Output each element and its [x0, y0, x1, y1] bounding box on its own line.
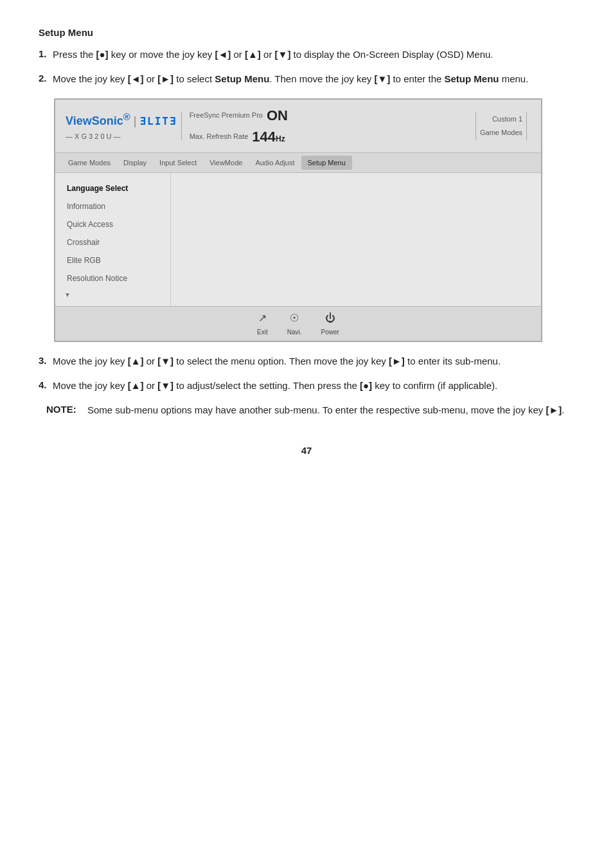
osd-nav-input-select[interactable]: Input Select — [153, 156, 203, 170]
osd-status-block: FreeSync Premium Pro ON Max. Refresh Rat… — [186, 105, 472, 147]
osd-footer: ↗ Exit ☉ Navi. ⏻ Power — [55, 306, 541, 341]
osd-power-btn[interactable]: ⏻ Power — [321, 311, 339, 337]
note-block: NOTE: Some sub-menu options may have ano… — [46, 402, 574, 418]
kbd-up3: [▲] — [128, 356, 144, 366]
osd-nav-setup-menu[interactable]: Setup Menu — [301, 156, 352, 170]
bold-setup-menu2: Setup Menu — [445, 73, 499, 84]
osd-exit-label: Exit — [257, 327, 268, 337]
step-4: 4. Move the joy key [▲] or [▼] to adjust… — [39, 378, 574, 393]
osd-nav-audio-adjust[interactable]: Audio Adjust — [249, 156, 301, 170]
osd-menu-elite-rgb[interactable]: Elite RGB — [64, 251, 161, 269]
osd-nav-viewmode[interactable]: ViewMode — [203, 156, 249, 170]
osd-menu-language-select[interactable]: Language Select — [64, 179, 161, 197]
kbd-bullet4: [●] — [360, 380, 372, 391]
kbd-down4: [▼] — [157, 380, 173, 391]
osd-freesync-label: FreeSync Premium Pro — [190, 110, 263, 121]
osd-nav-bar: Game Modes Display Input Select ViewMode… — [55, 153, 541, 174]
osd-body: Language Select Information Quick Access… — [55, 173, 541, 306]
osd-nav-display[interactable]: Display — [117, 156, 153, 170]
kbd-down2: [▼] — [374, 73, 390, 84]
kbd-bullet: [●] — [96, 49, 109, 60]
osd-refresh-label: Max. Refresh Rate — [190, 131, 249, 142]
section-title: Setup Menu — [39, 26, 574, 41]
osd-screenshot: ViewSonic® | ƎLITƎ — X G 3 2 0 U — FreeS… — [54, 98, 542, 343]
osd-right-block: Custom 1 Game Modes — [480, 114, 522, 138]
osd-divider3 — [526, 112, 527, 140]
osd-menu-scroll-down: ▼ — [64, 290, 161, 300]
kbd-right2: [►] — [157, 73, 173, 84]
step-2: 2. Move the joy key [◄] or [►] to select… — [39, 71, 574, 87]
note-label: NOTE: — [46, 402, 82, 418]
kbd-up4: [▲] — [128, 380, 144, 391]
osd-custom1: Custom 1 — [492, 114, 522, 125]
step-3: 3. Move the joy key [▲] or [▼] to select… — [39, 354, 574, 369]
osd-freesync-value: ON — [267, 105, 288, 126]
osd-navi-label: Navi. — [287, 327, 302, 337]
osd-exit-icon: ↗ — [258, 311, 267, 326]
bold-setup-menu: Setup Menu — [215, 73, 269, 84]
osd-navi-btn[interactable]: ☉ Navi. — [287, 311, 302, 337]
osd-menu-resolution-notice[interactable]: Resolution Notice — [64, 269, 161, 287]
osd-divider1 — [181, 112, 182, 140]
osd-hz-unit: Hz — [276, 134, 285, 143]
step-2-num: 2. — [39, 71, 53, 87]
osd-nav-game-modes[interactable]: Game Modes — [62, 156, 117, 170]
osd-game-modes-label: Game Modes — [480, 127, 522, 138]
osd-freesync-row: FreeSync Premium Pro ON — [190, 105, 468, 126]
step-2-text: Move the joy key [◄] or [►] to select Se… — [53, 71, 528, 87]
osd-menu-quick-access[interactable]: Quick Access — [64, 215, 161, 233]
osd-power-icon: ⏻ — [325, 311, 335, 326]
osd-menu-list: Language Select Information Quick Access… — [55, 173, 171, 306]
osd-brand-name: ViewSonic® | ƎLITƎ — [66, 110, 177, 130]
osd-header: ViewSonic® | ƎLITƎ — X G 3 2 0 U — FreeS… — [55, 100, 541, 153]
kbd-left2: [◄] — [128, 73, 144, 84]
step-1-text: Press the [●] key or move the joy key [◄… — [53, 47, 493, 62]
kbd-up: [▲] — [245, 49, 261, 60]
osd-model: — X G 3 2 0 U — — [66, 131, 177, 142]
step-3-num: 3. — [39, 354, 53, 369]
step-3-text: Move the joy key [▲] or [▼] to select th… — [53, 354, 501, 369]
kbd-down: [▼] — [275, 49, 291, 60]
step-4-text: Move the joy key [▲] or [▼] to adjust/se… — [53, 378, 497, 393]
kbd-down3: [▼] — [157, 356, 173, 366]
note-text: Some sub-menu options may have another s… — [87, 402, 564, 418]
osd-navi-icon: ☉ — [290, 311, 299, 326]
osd-refresh-value: 144Hz — [252, 126, 285, 147]
step-1-num: 1. — [39, 47, 53, 62]
kbd-right-note: [►] — [546, 404, 562, 415]
page-number: 47 — [39, 444, 574, 458]
osd-divider2 — [475, 112, 476, 140]
kbd-left: [◄] — [215, 49, 231, 60]
osd-exit-btn[interactable]: ↗ Exit — [257, 311, 268, 337]
step-4-num: 4. — [39, 378, 53, 393]
osd-refresh-row: Max. Refresh Rate 144Hz — [190, 126, 468, 147]
osd-elite: ƎLITƎ — [139, 115, 177, 127]
kbd-right3: [►] — [389, 356, 405, 366]
osd-brand-block: ViewSonic® | ƎLITƎ — X G 3 2 0 U — — [66, 110, 177, 142]
osd-viewsonic: ViewSonic® — [66, 114, 130, 127]
osd-menu-crosshair[interactable]: Crosshair — [64, 233, 161, 251]
page-content: Setup Menu 1. Press the [●] key or move … — [39, 26, 574, 458]
osd-menu-information[interactable]: Information — [64, 197, 161, 215]
step-1: 1. Press the [●] key or move the joy key… — [39, 47, 574, 62]
osd-content-area — [171, 173, 541, 306]
osd-power-label: Power — [321, 327, 339, 337]
